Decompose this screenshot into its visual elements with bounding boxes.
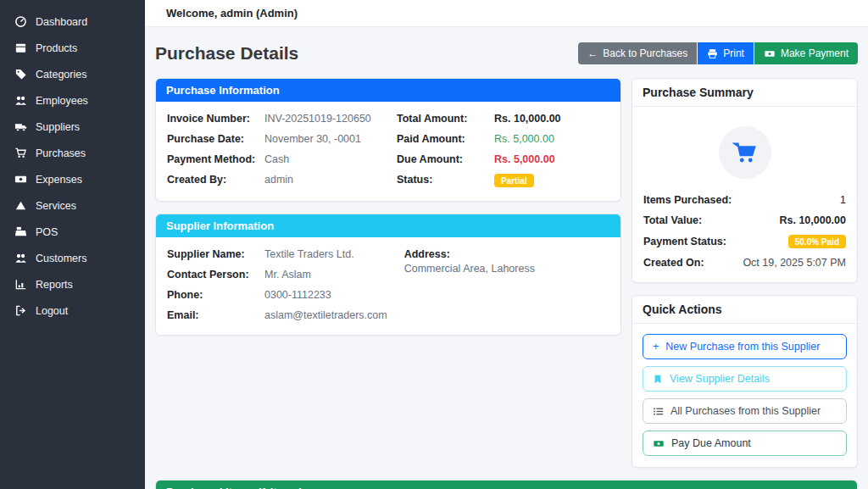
invoice-number-label: Invoice Number: [167,113,264,125]
purchased-items-card: Purchased Items (1 items) Show 25 entrie… [155,480,858,489]
list-icon [653,406,664,417]
sidebar-item-label: Reports [36,279,73,291]
email-label: Email: [167,309,264,321]
content: Purchase Details ← Back to Purchases Pri… [145,27,868,489]
created-by-label: Created By: [167,174,264,186]
shopping-cart-icon [732,140,758,165]
make-payment-button[interactable]: Make Payment [754,42,858,64]
register-icon [14,225,27,238]
sidebar-item-employees[interactable]: Employees [0,87,145,114]
back-to-purchases-button[interactable]: ← Back to Purchases [578,42,697,64]
total-value-label: Total Value: [643,214,702,226]
sidebar-item-reports[interactable]: Reports [0,271,145,297]
phone-value: 0300-1112233 [264,289,331,301]
sidebar-item-label: POS [36,226,58,238]
main-area: Welcome, admin (Admin) Purchase Details … [145,0,868,489]
address-value: Commercial Area, Lahoress [404,263,609,275]
due-amount-value: Rs. 5,000.00 [494,153,555,165]
payment-method-label: Payment Method: [167,153,264,165]
money-icon [653,438,665,449]
status-badge: Partial [494,174,534,187]
sidebar-item-label: Employees [36,95,88,107]
purchase-date-value: November 30, -0001 [264,133,361,145]
cart-icon [14,147,27,159]
sidebar-item-products[interactable]: Products [0,35,145,61]
chart-icon [14,278,27,291]
services-icon [14,199,27,212]
page-title: Purchase Details [155,43,298,64]
address-label: Address: [404,248,609,260]
sidebar-item-dashboard[interactable]: Dashboard [0,8,145,35]
supplier-name-value: Textile Traders Ltd. [264,248,354,260]
dashboard-icon [14,15,27,28]
sidebar-item-logout[interactable]: Logout [0,297,145,324]
purchase-information-card: Purchase Information Invoice Number:INV-… [155,78,621,202]
header-actions: ← Back to Purchases Print Make Payment [578,42,858,64]
purchased-items-header: Purchased Items (1 items) [156,481,857,489]
payment-status-label: Payment Status: [643,236,726,247]
created-on-label: Created On: [643,257,704,269]
sidebar-item-label: Categories [36,69,86,81]
sidebar-item-label: Purchases [36,147,86,159]
view-supplier-details-button[interactable]: View Supplier Details [643,366,847,392]
sidebar-item-categories[interactable]: Categories [0,61,145,87]
quick-actions-card: Quick Actions + New Purchase from this S… [632,295,858,468]
invoice-number-value: INV-20251019-120650 [264,113,371,125]
bookmark-icon [653,374,663,385]
payment-method-value: Cash [264,153,289,165]
purchase-summary-header: Purchase Summary [632,79,857,107]
sidebar: Dashboard Products Categories Employees … [0,0,145,489]
created-by-value: admin [264,174,293,186]
banknote-icon [14,173,27,186]
plus-icon: + [653,341,659,353]
customers-icon [14,252,27,264]
pay-due-amount-button[interactable]: Pay Due Amount [643,431,847,456]
money-icon [764,48,776,59]
supplier-information-header: Supplier Information [156,214,620,237]
welcome-text: Welcome, admin (Admin) [166,7,298,19]
purchase-summary-card: Purchase Summary Items Purchased:1 Total… [632,78,858,283]
sidebar-item-expenses[interactable]: Expenses [0,166,145,192]
sidebar-item-label: Products [36,42,77,54]
items-purchased-value: 1 [840,194,846,206]
products-icon [14,42,27,54]
total-value-amount: Rs. 10,000.00 [779,214,846,226]
sidebar-item-label: Expenses [36,174,82,186]
sidebar-item-label: Suppliers [36,121,80,133]
sidebar-item-customers[interactable]: Customers [0,245,145,271]
sidebar-item-suppliers[interactable]: Suppliers [0,114,145,140]
sidebar-item-purchases[interactable]: Purchases [0,140,145,166]
new-purchase-button[interactable]: + New Purchase from this Supplier [643,334,847,359]
phone-label: Phone: [167,289,264,301]
sidebar-item-label: Dashboard [36,16,87,28]
employees-icon [14,94,27,107]
sidebar-item-label: Services [36,200,76,212]
sidebar-item-label: Logout [36,305,68,317]
back-arrow-icon: ← [587,47,598,59]
contact-person-value: Mr. Aslam [264,269,311,281]
sidebar-item-services[interactable]: Services [0,192,145,219]
payment-status-badge: 50.0% Paid [788,235,846,248]
total-amount-label: Total Amount: [397,113,494,125]
right-column: Purchase Summary Items Purchased:1 Total… [632,78,858,480]
status-label: Status: [397,174,494,187]
all-purchases-button[interactable]: All Purchases from this Supplier [643,398,847,424]
paid-amount-value: Rs. 5,000.00 [494,133,554,145]
quick-actions-header: Quick Actions [632,296,857,324]
logout-icon [14,304,27,317]
email-value: aslam@textiletraders.com [264,309,387,321]
contact-person-label: Contact Person: [167,269,264,281]
tags-icon [14,68,27,81]
created-on-value: Oct 19, 2025 5:07 PM [743,257,846,269]
topbar: Welcome, admin (Admin) [145,0,868,27]
paid-amount-label: Paid Amount: [397,133,494,145]
sidebar-item-pos[interactable]: POS [0,219,145,245]
supplier-information-card: Supplier Information Supplier Name:Texti… [155,214,621,336]
purchase-information-header: Purchase Information [156,79,620,102]
left-column: Purchase Information Invoice Number:INV-… [155,78,621,347]
due-amount-label: Due Amount: [397,153,494,165]
print-button[interactable]: Print [698,42,754,64]
items-purchased-label: Items Purchased: [643,194,732,206]
truck-icon [14,120,27,133]
total-amount-value: Rs. 10,000.00 [494,113,561,125]
